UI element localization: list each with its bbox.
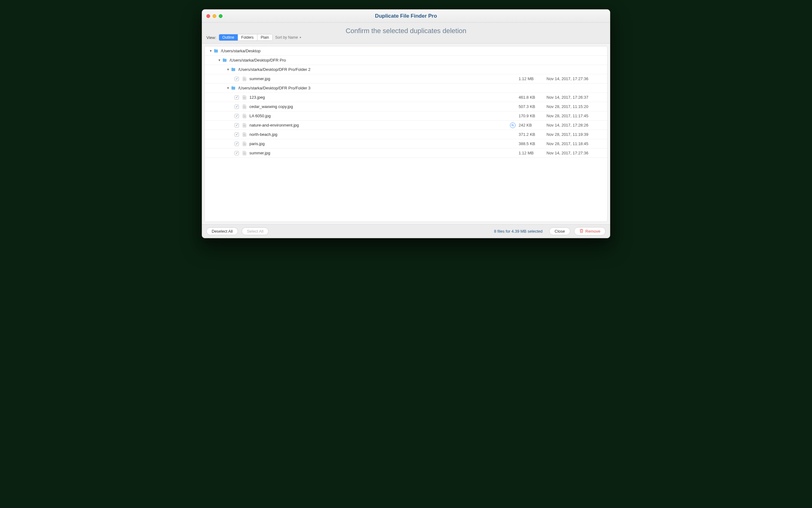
view-mode-segmented[interactable]: OutlineFoldersPlain: [219, 34, 273, 41]
view-mode-plain[interactable]: Plain: [257, 34, 273, 41]
folder-path: /Users/starka/Desktop/DFR Pro/Folder 3: [238, 86, 602, 90]
file-name: summer.jpg: [249, 76, 519, 81]
disclosure-triangle-icon[interactable]: ▼: [226, 86, 230, 90]
close-button[interactable]: Close: [549, 227, 570, 235]
file-row[interactable]: summer.jpg1.12 MBNov 14, 2017, 17:27:36: [205, 149, 607, 158]
file-row[interactable]: summer.jpg1.12 MBNov 14, 2017, 17:27:36: [205, 74, 607, 84]
file-size: 371.2 KB: [519, 132, 547, 137]
select-all-button[interactable]: Select All: [242, 227, 269, 235]
file-size: 242 KB: [519, 123, 547, 127]
svg-rect-4: [244, 98, 246, 98]
file-icon: [242, 76, 247, 81]
svg-rect-1: [244, 80, 246, 80]
svg-rect-25: [244, 153, 245, 153]
file-row[interactable]: nature-and-environment.jpg242 KBNov 14, …: [205, 121, 607, 130]
close-window-button[interactable]: [206, 14, 210, 18]
footer: Deselect All Select All 8 files for 4.39…: [202, 224, 610, 238]
file-icon: [242, 95, 247, 100]
file-size: 1.12 MB: [519, 76, 547, 81]
file-row[interactable]: paris.jpg388.5 KBNov 28, 2017, 11:18:45: [205, 139, 607, 149]
file-name: north-beach.jpg: [249, 132, 519, 137]
maximize-window-button[interactable]: [219, 14, 222, 18]
file-date: Nov 28, 2017, 11:15:20: [547, 104, 602, 109]
file-date: Nov 14, 2017, 17:27:36: [547, 76, 602, 81]
svg-rect-6: [244, 107, 246, 107]
svg-rect-20: [244, 144, 246, 144]
file-checkbox[interactable]: [234, 104, 239, 109]
folder-row[interactable]: ▼/Users/starka/Desktop/DFR Pro: [205, 56, 607, 65]
folder-icon: [222, 58, 227, 63]
folder-path: /Users/starka/Desktop/DFR Pro: [229, 58, 602, 62]
file-checkbox[interactable]: [234, 114, 239, 118]
file-name: LA 6050.jpg: [249, 114, 519, 118]
svg-rect-8: [244, 106, 245, 107]
svg-rect-23: [244, 153, 246, 154]
disclosure-triangle-icon[interactable]: ▼: [226, 68, 230, 72]
file-size: 1.12 MB: [519, 151, 547, 155]
file-size: 461.8 KB: [519, 95, 547, 100]
file-date: Nov 28, 2017, 11:19:39: [547, 132, 602, 137]
folder-row[interactable]: ▼/Users/starka/Desktop/DFR Pro/Folder 2: [205, 65, 607, 74]
file-row[interactable]: LA 6050.jpg170.9 KBNov 28, 2017, 11:17:4…: [205, 111, 607, 121]
svg-rect-9: [244, 116, 246, 116]
quicklook-icon[interactable]: [510, 123, 516, 128]
window-title: Duplicate File Finder Pro: [202, 13, 610, 19]
svg-rect-18: [244, 135, 246, 135]
sort-label: Sort by Name: [275, 35, 298, 40]
view-mode-outline[interactable]: Outline: [219, 34, 238, 41]
svg-rect-11: [244, 115, 245, 116]
sort-dropdown[interactable]: Sort by Name ▼: [275, 35, 301, 40]
svg-line-16: [513, 126, 514, 126]
file-checkbox[interactable]: [234, 132, 239, 137]
file-row[interactable]: 123.jpeg461.8 KBNov 14, 2017, 17:26:37: [205, 93, 607, 102]
file-checkbox[interactable]: [234, 77, 239, 81]
toolbar: Confirm the selected duplicates deletion…: [202, 23, 610, 44]
folder-row[interactable]: ▼/Users/starka/Desktop/DFR Pro/Folder 3: [205, 84, 607, 93]
file-row[interactable]: north-beach.jpg371.2 KBNov 28, 2017, 11:…: [205, 130, 607, 139]
file-row[interactable]: cedar_waxwing copy.jpg507.3 KBNov 28, 20…: [205, 102, 607, 111]
view-controls: View: OutlineFoldersPlain Sort by Name ▼: [206, 34, 302, 41]
file-checkbox[interactable]: [234, 95, 239, 100]
svg-rect-24: [244, 154, 246, 154]
page-subtitle: Confirm the selected duplicates deletion: [202, 23, 610, 35]
file-date: Nov 28, 2017, 11:17:45: [547, 114, 602, 118]
svg-rect-21: [244, 144, 246, 145]
chevron-down-icon: ▼: [299, 36, 302, 39]
file-checkbox[interactable]: [234, 123, 239, 127]
svg-rect-5: [244, 97, 245, 97]
minimize-window-button[interactable]: [213, 14, 216, 18]
deselect-all-button[interactable]: Deselect All: [206, 227, 238, 235]
file-name: nature-and-environment.jpg: [249, 123, 510, 127]
view-mode-folders[interactable]: Folders: [238, 34, 257, 41]
svg-rect-0: [244, 79, 246, 79]
file-icon: [242, 132, 247, 137]
file-date: Nov 28, 2017, 11:18:45: [547, 141, 602, 146]
file-checkbox[interactable]: [234, 142, 239, 146]
file-checkbox[interactable]: [234, 151, 239, 155]
app-window: Duplicate File Finder Pro Confirm the se…: [202, 9, 610, 238]
file-date: Nov 14, 2017, 17:28:26: [547, 123, 602, 127]
file-name: cedar_waxwing copy.jpg: [249, 104, 519, 109]
file-size: 170.9 KB: [519, 114, 547, 118]
file-icon: [242, 104, 247, 109]
file-icon: [242, 114, 247, 119]
remove-button[interactable]: Remove: [574, 227, 606, 236]
remove-label: Remove: [586, 229, 600, 234]
svg-rect-14: [244, 125, 245, 125]
file-name: paris.jpg: [249, 141, 519, 146]
folder-path: /Users/starka/Desktop: [221, 49, 602, 53]
svg-rect-19: [244, 134, 245, 134]
file-size: 388.5 KB: [519, 141, 547, 146]
folder-icon: [231, 67, 236, 72]
folder-row[interactable]: ▼/Users/starka/Desktop: [205, 46, 607, 56]
file-tree[interactable]: ▼/Users/starka/Desktop▼/Users/starka/Des…: [205, 46, 607, 222]
file-icon: [242, 151, 247, 156]
trash-icon: [579, 228, 584, 234]
disclosure-triangle-icon[interactable]: ▼: [217, 58, 222, 62]
file-name: summer.jpg: [249, 151, 519, 155]
svg-point-15: [512, 124, 513, 126]
disclosure-triangle-icon[interactable]: ▼: [209, 49, 213, 53]
file-size: 507.3 KB: [519, 104, 547, 109]
svg-rect-22: [244, 143, 245, 143]
file-date: Nov 14, 2017, 17:27:36: [547, 151, 602, 155]
